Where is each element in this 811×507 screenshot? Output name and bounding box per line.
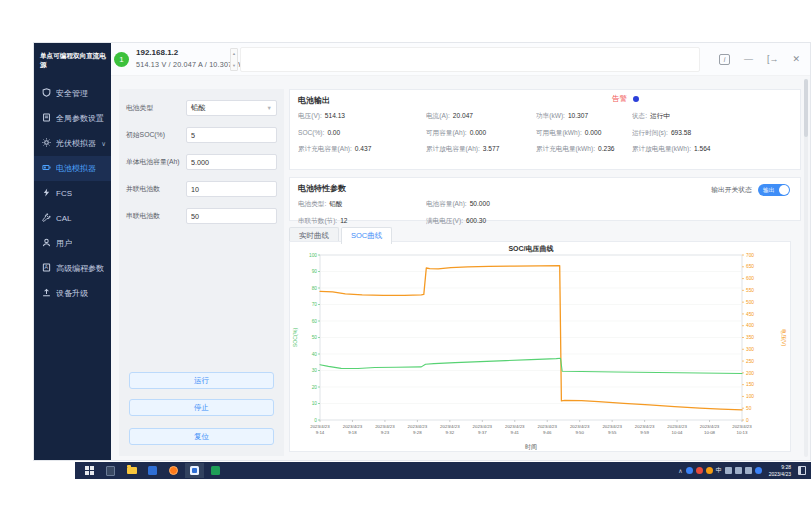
- sidebar-item-battery[interactable]: 电池模拟器: [34, 156, 111, 181]
- sidebar-item-wrench[interactable]: CAL: [34, 206, 111, 231]
- output-switch-area: 输出开关状态 输出: [711, 184, 790, 196]
- start-button[interactable]: [80, 463, 99, 478]
- svg-text:550: 550: [746, 288, 754, 293]
- tab-scroll-spinner[interactable]: ▲▼: [230, 48, 238, 71]
- svg-text:2023/4/23: 2023/4/23: [732, 424, 752, 429]
- power-supply-app-icon[interactable]: [185, 463, 204, 478]
- scroll-up-icon[interactable]: ▲: [232, 51, 236, 56]
- form-field-row: 初始SOC(%): [126, 127, 277, 143]
- output-stat: 电压(V):514.13: [298, 112, 426, 121]
- svg-text:2023/4/23: 2023/4/23: [635, 424, 655, 429]
- excel-app-icon[interactable]: [206, 463, 225, 478]
- svg-text:20: 20: [312, 385, 318, 390]
- run-button[interactable]: 运行: [129, 372, 274, 389]
- field-label: 单体电池容量(Ah): [126, 157, 186, 167]
- notification-center-icon[interactable]: [798, 466, 806, 475]
- battery-type-select[interactable]: 铅酸▼: [186, 100, 277, 116]
- exit-fullscreen-button[interactable]: [→: [767, 55, 779, 64]
- sidebar-item-bolt[interactable]: FCS: [34, 181, 111, 206]
- sidebar-item-doc-gear[interactable]: A高级编程参数: [34, 256, 111, 281]
- battery-config-panel: 电池类型铅酸▼初始SOC(%)单体电池容量(Ah)并联电池数串联电池数 运行停止…: [119, 89, 284, 456]
- svg-text:9:55: 9:55: [608, 430, 617, 435]
- network-icon[interactable]: [745, 467, 752, 474]
- sidebar-item-upload[interactable]: 设备升级: [34, 281, 111, 306]
- svg-text:30: 30: [312, 368, 318, 373]
- info-button[interactable]: i: [719, 54, 730, 65]
- stat-label: 电池容量(Ah):: [426, 200, 467, 207]
- output-switch-text: 输出: [763, 186, 775, 195]
- ime-icon[interactable]: 中: [716, 467, 722, 474]
- output-switch-toggle[interactable]: 输出: [758, 184, 790, 196]
- sidebar: 单点可编程双向直流电源 安全管理全局参数设置光伏模拟器∨电池模拟器FCSCAL用…: [34, 43, 111, 460]
- form-field-row: 电池类型铅酸▼: [126, 100, 277, 116]
- app-title: 单点可编程双向直流电源: [34, 43, 111, 81]
- stat-label: 电压(V):: [298, 112, 322, 119]
- stat-value: 514.13: [325, 112, 345, 119]
- office-blue-app-icon[interactable]: [143, 463, 162, 478]
- svg-text:50: 50: [746, 406, 752, 411]
- tray-expand-icon[interactable]: ∧: [678, 467, 682, 474]
- field-input-4[interactable]: [186, 208, 277, 224]
- toggle-knob: [779, 185, 789, 195]
- svg-text:9:41: 9:41: [510, 430, 519, 435]
- defender-icon[interactable]: [755, 467, 762, 474]
- svg-text:SOC/电压曲线: SOC/电压曲线: [508, 244, 553, 253]
- taskview-icon[interactable]: [101, 463, 120, 478]
- field-input-1[interactable]: [186, 127, 277, 143]
- explorer-icon-glyph: [127, 467, 137, 474]
- scrollbar-thumb[interactable]: [804, 79, 808, 137]
- tray-red-icon[interactable]: [696, 467, 703, 474]
- sidebar-item-doc[interactable]: 全局参数设置: [34, 106, 111, 131]
- sidebar-item-label: 光伏模拟器: [56, 138, 96, 149]
- svg-text:2023/4/23: 2023/4/23: [375, 424, 395, 429]
- minimize-button[interactable]: —: [744, 55, 753, 64]
- field-input-2[interactable]: [186, 154, 277, 170]
- stat-label: 累计充电电量(kWh):: [536, 145, 595, 152]
- svg-text:60: 60: [312, 319, 318, 324]
- output-stat: 累计放电电量(kWh):1.564: [632, 145, 792, 154]
- field-input-3[interactable]: [186, 181, 277, 197]
- battery-icon[interactable]: [725, 467, 732, 474]
- browser-app-icon[interactable]: [164, 463, 183, 478]
- tray-orange-icon[interactable]: [706, 467, 713, 474]
- battery-icon: [42, 163, 51, 174]
- volume-icon[interactable]: [735, 467, 742, 474]
- output-stat: 可用容量(Ah):0.000: [426, 129, 536, 138]
- svg-text:9:14: 9:14: [316, 430, 325, 435]
- output-stat: 累计放电容量(Ah):3.577: [426, 145, 536, 154]
- stat-label: 累计放电电量(kWh):: [632, 145, 691, 152]
- sidebar-item-label: CAL: [56, 214, 72, 223]
- clock-date: 2023/4/23: [769, 471, 791, 477]
- alarm-label: 告警: [612, 94, 627, 104]
- doc-gear-icon: A: [42, 263, 51, 274]
- svg-text:2023/4/23: 2023/4/23: [700, 424, 720, 429]
- device-tab-strip[interactable]: [240, 47, 700, 72]
- close-button[interactable]: ✕: [792, 55, 800, 64]
- svg-text:600: 600: [746, 276, 754, 281]
- form-field-row: 串联电池数: [126, 208, 277, 224]
- tab-soc-curve[interactable]: SOC曲线: [341, 227, 392, 244]
- device-readings: 514.13 V / 20.047 A / 10.307 kW / 0: [136, 60, 256, 69]
- scroll-down-icon[interactable]: ▼: [232, 63, 236, 68]
- stat-label: 电流(A):: [426, 112, 450, 119]
- svg-text:9:32: 9:32: [446, 430, 455, 435]
- stop-button[interactable]: 停止: [129, 399, 274, 416]
- svg-text:2023/4/23: 2023/4/23: [505, 424, 525, 429]
- wrench-icon: [42, 213, 51, 224]
- svg-text:10:08: 10:08: [704, 430, 716, 435]
- stat-label: 状态:: [632, 112, 647, 119]
- svg-text:250: 250: [746, 359, 754, 364]
- sidebar-item-user[interactable]: 用户: [34, 231, 111, 256]
- sidebar-item-shield[interactable]: 安全管理: [34, 81, 111, 106]
- select-value: 铅酸: [191, 103, 205, 113]
- svg-text:650: 650: [746, 264, 754, 269]
- sidebar-item-sun[interactable]: 光伏模拟器∨: [34, 131, 111, 156]
- svg-text:2023/4/23: 2023/4/23: [570, 424, 590, 429]
- taskbar-clock[interactable]: 9:28 2023/4/23: [769, 464, 791, 477]
- tray-blue-icon[interactable]: [686, 467, 693, 474]
- explorer-icon[interactable]: [122, 463, 141, 478]
- content-scrollbar[interactable]: [804, 79, 808, 457]
- stat-value: 600.30: [466, 217, 486, 224]
- reset-button[interactable]: 复位: [129, 428, 274, 445]
- svg-text:200: 200: [746, 371, 754, 376]
